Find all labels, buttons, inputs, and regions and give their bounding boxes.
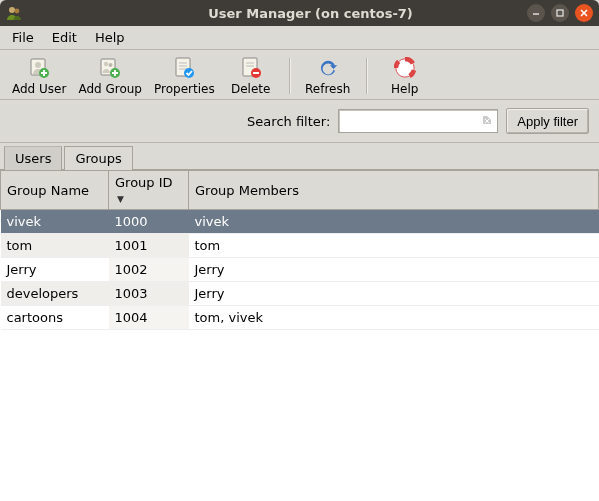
menu-help[interactable]: Help xyxy=(87,28,133,47)
cell-name: developers xyxy=(1,282,109,306)
add-group-icon xyxy=(98,56,122,80)
minimize-button[interactable] xyxy=(527,4,545,22)
add-user-label: Add User xyxy=(12,82,66,96)
refresh-icon xyxy=(317,57,339,79)
maximize-button[interactable] xyxy=(551,4,569,22)
col-header-group-id[interactable]: Group ID ▼ xyxy=(109,171,189,210)
properties-button[interactable]: Properties xyxy=(148,54,221,98)
cell-name: Jerry xyxy=(1,258,109,282)
properties-label: Properties xyxy=(154,82,215,96)
cell-id: 1002 xyxy=(109,258,189,282)
menu-file[interactable]: File xyxy=(4,28,42,47)
add-user-icon xyxy=(27,56,51,80)
svg-point-17 xyxy=(184,68,194,78)
tab-strip: Users Groups xyxy=(0,143,599,169)
table-row[interactable]: cartoons1004tom, vivek xyxy=(1,306,599,330)
delete-label: Delete xyxy=(231,82,270,96)
cell-name: vivek xyxy=(1,210,109,234)
tab-groups[interactable]: Groups xyxy=(64,146,132,170)
svg-rect-3 xyxy=(557,10,563,16)
svg-point-24 xyxy=(401,64,408,71)
cell-name: cartoons xyxy=(1,306,109,330)
add-group-button[interactable]: Add Group xyxy=(72,54,148,98)
maximize-icon xyxy=(555,8,565,18)
cell-members: vivek xyxy=(189,210,599,234)
apply-filter-button[interactable]: Apply filter xyxy=(506,108,589,134)
properties-icon xyxy=(172,56,196,80)
svg-point-0 xyxy=(9,7,15,13)
titlebar: User Manager (on centos-7) xyxy=(0,0,599,26)
clear-icon[interactable] xyxy=(480,113,494,130)
cell-id: 1003 xyxy=(109,282,189,306)
minimize-icon xyxy=(531,8,541,18)
search-bar: Search filter: Apply filter xyxy=(0,100,599,143)
svg-point-11 xyxy=(109,63,113,67)
col-header-group-members[interactable]: Group Members xyxy=(189,171,599,210)
cell-members: Jerry xyxy=(189,282,599,306)
add-user-button[interactable]: Add User xyxy=(6,54,72,98)
table-row[interactable]: tom1001tom xyxy=(1,234,599,258)
svg-point-1 xyxy=(15,9,20,14)
svg-point-10 xyxy=(104,61,108,65)
refresh-label: Refresh xyxy=(305,82,350,96)
help-icon xyxy=(394,57,416,79)
cell-id: 1001 xyxy=(109,234,189,258)
toolbar-separator xyxy=(366,58,367,94)
close-button[interactable] xyxy=(575,4,593,22)
delete-button[interactable]: Delete xyxy=(221,54,281,98)
cell-members: tom, vivek xyxy=(189,306,599,330)
sort-indicator-icon: ▼ xyxy=(117,194,124,204)
toolbar-separator xyxy=(289,58,290,94)
svg-point-7 xyxy=(35,62,41,68)
add-group-label: Add Group xyxy=(78,82,142,96)
tab-users[interactable]: Users xyxy=(4,146,62,170)
search-label: Search filter: xyxy=(247,114,330,129)
close-icon xyxy=(579,8,589,18)
cell-members: tom xyxy=(189,234,599,258)
help-button[interactable]: Help xyxy=(375,54,435,98)
table-row[interactable]: developers1003Jerry xyxy=(1,282,599,306)
table-row[interactable]: vivek1000vivek xyxy=(1,210,599,234)
col-header-group-id-label: Group ID xyxy=(115,175,173,190)
cell-id: 1004 xyxy=(109,306,189,330)
app-icon xyxy=(6,5,22,21)
search-input[interactable] xyxy=(338,109,498,133)
toolbar: Add User Add Group Properties Delete Ref xyxy=(0,50,599,100)
col-header-group-name[interactable]: Group Name xyxy=(1,171,109,210)
delete-icon xyxy=(239,56,263,80)
groups-table: Group Name Group ID ▼ Group Members vive… xyxy=(0,169,599,501)
cell-id: 1000 xyxy=(109,210,189,234)
table-row[interactable]: Jerry1002Jerry xyxy=(1,258,599,282)
menubar: File Edit Help xyxy=(0,26,599,50)
cell-members: Jerry xyxy=(189,258,599,282)
cell-name: tom xyxy=(1,234,109,258)
refresh-button[interactable]: Refresh xyxy=(298,54,358,98)
help-label: Help xyxy=(391,82,418,96)
window-title: User Manager (on centos-7) xyxy=(22,6,599,21)
menu-edit[interactable]: Edit xyxy=(44,28,85,47)
